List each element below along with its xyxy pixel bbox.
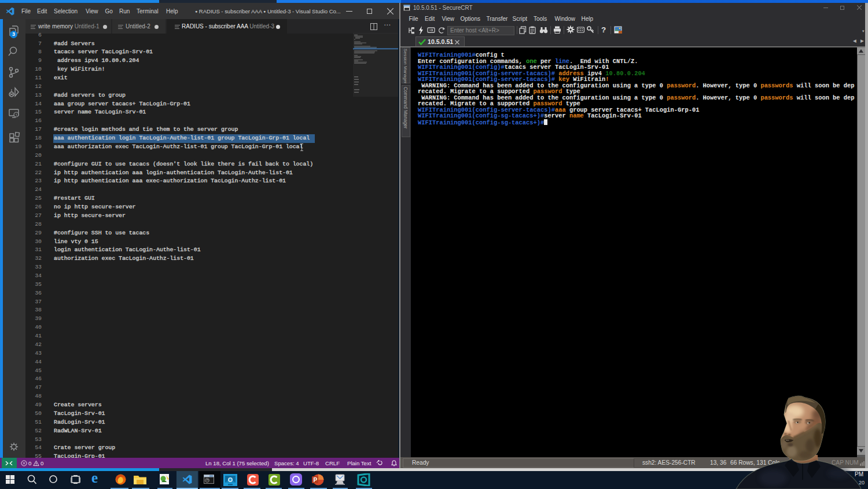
svg-text:P: P [314,477,318,483]
